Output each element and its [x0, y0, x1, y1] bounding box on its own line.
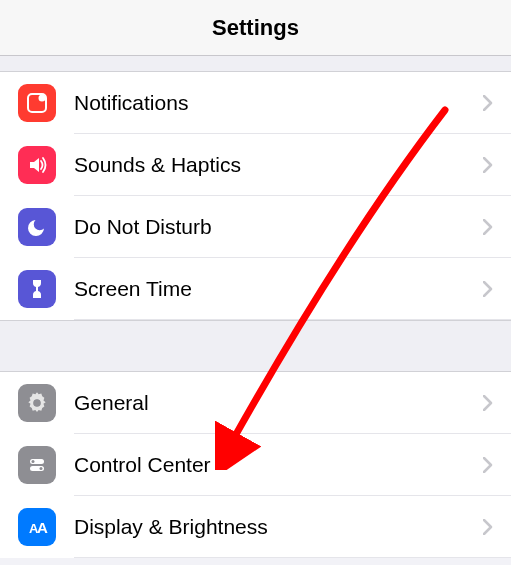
settings-list-section-2: General Control Center A A: [0, 372, 511, 558]
general-icon: [18, 384, 56, 422]
svg-point-1: [39, 95, 46, 102]
settings-row-controlcenter[interactable]: Control Center: [0, 434, 511, 496]
settings-row-display[interactable]: A A Display & Brightness: [0, 496, 511, 558]
controlcenter-icon: [18, 446, 56, 484]
section-separator: [0, 56, 511, 72]
chevron-right-icon: [483, 387, 493, 418]
chevron-right-icon: [483, 87, 493, 118]
svg-point-6: [40, 467, 43, 470]
chevron-right-icon: [483, 449, 493, 480]
settings-list-section-1: Notifications Sounds & Haptics: [0, 72, 511, 320]
row-label: Do Not Disturb: [74, 215, 212, 239]
screentime-icon: [18, 270, 56, 308]
row-label: Sounds & Haptics: [74, 153, 241, 177]
row-label: General: [74, 391, 149, 415]
chevron-right-icon: [483, 511, 493, 542]
settings-row-sounds[interactable]: Sounds & Haptics: [0, 134, 511, 196]
chevron-right-icon: [483, 149, 493, 180]
page-title: Settings: [212, 15, 299, 41]
chevron-right-icon: [483, 211, 493, 242]
row-label: Screen Time: [74, 277, 192, 301]
row-label: Display & Brightness: [74, 515, 268, 539]
section-separator: [0, 320, 511, 372]
row-label: Control Center: [74, 453, 211, 477]
svg-point-2: [34, 400, 41, 407]
notifications-icon: [18, 84, 56, 122]
settings-row-general[interactable]: General: [0, 372, 511, 434]
settings-row-dnd[interactable]: Do Not Disturb: [0, 196, 511, 258]
display-icon: A A: [18, 508, 56, 546]
row-label: Notifications: [74, 91, 188, 115]
settings-row-notifications[interactable]: Notifications: [0, 72, 511, 134]
dnd-icon: [18, 208, 56, 246]
settings-row-screentime[interactable]: Screen Time: [0, 258, 511, 320]
svg-text:A: A: [37, 519, 48, 536]
chevron-right-icon: [483, 273, 493, 304]
header: Settings: [0, 0, 511, 56]
sounds-icon: [18, 146, 56, 184]
svg-point-4: [32, 460, 35, 463]
